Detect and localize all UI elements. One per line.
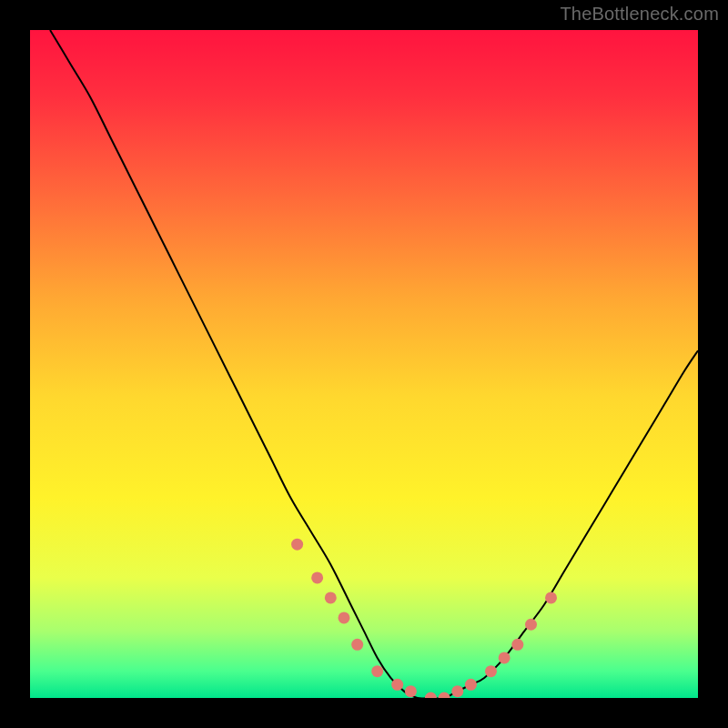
curve-marker: [525, 619, 537, 631]
curve-marker: [545, 592, 557, 603]
curve-marker: [291, 539, 303, 551]
curve-marker: [465, 679, 477, 691]
curve-marker: [451, 685, 463, 697]
curve-marker: [405, 685, 417, 697]
curve-marker: [425, 693, 437, 704]
curve-marker: [325, 592, 337, 603]
bottleneck-chart: [0, 0, 728, 728]
curve-marker: [485, 665, 497, 677]
curve-marker: [391, 679, 403, 691]
gradient-background: [30, 30, 698, 698]
curve-marker: [351, 639, 363, 651]
curve-marker: [311, 571, 323, 583]
curve-marker: [371, 665, 383, 677]
curve-marker: [499, 652, 511, 663]
curve-marker: [338, 612, 349, 623]
curve-marker: [439, 693, 450, 704]
curve-marker: [511, 639, 523, 651]
chart-frame: TheBottleneck.com: [0, 0, 728, 728]
